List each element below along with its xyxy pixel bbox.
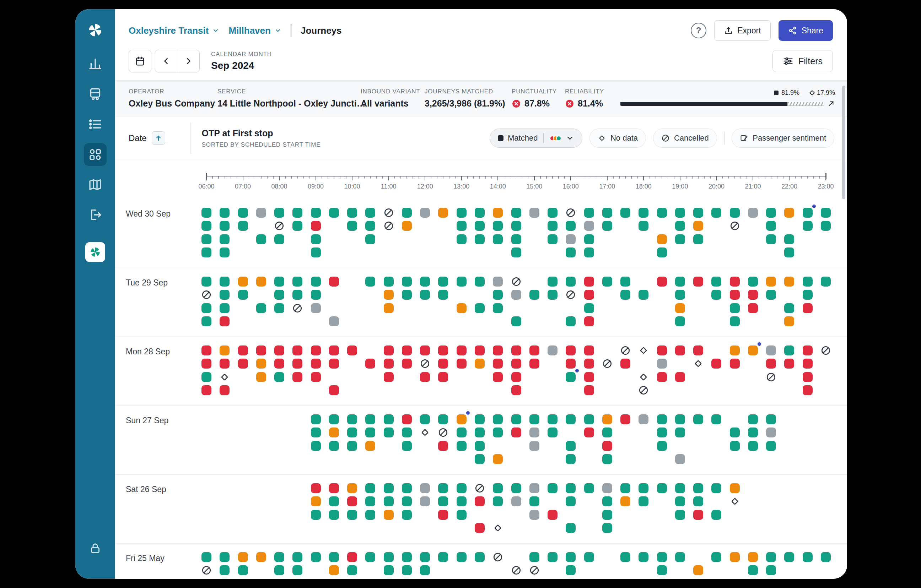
journey-marker[interactable]: [548, 552, 558, 562]
journey-marker[interactable]: [384, 359, 394, 369]
journey-marker[interactable]: [402, 359, 412, 369]
journey-marker[interactable]: [803, 385, 813, 395]
journey-marker[interactable]: [256, 208, 266, 218]
journey-marker[interactable]: [220, 385, 229, 395]
journey-marker[interactable]: [766, 221, 776, 231]
journey-marker[interactable]: [584, 276, 594, 286]
journey-marker[interactable]: [402, 510, 412, 520]
journey-marker[interactable]: [438, 496, 448, 506]
journey-marker[interactable]: [529, 427, 539, 437]
journey-marker[interactable]: [256, 276, 266, 286]
journey-marker[interactable]: [511, 414, 521, 424]
journey-marker[interactable]: [730, 290, 740, 300]
journey-marker[interactable]: [638, 483, 648, 493]
journey-marker[interactable]: [475, 414, 485, 424]
journey-marker[interactable]: [675, 427, 685, 437]
journey-marker[interactable]: [347, 552, 357, 562]
journey-marker[interactable]: [420, 346, 430, 356]
journey-marker[interactable]: [657, 234, 667, 244]
export-button[interactable]: Export: [714, 20, 770, 41]
journey-marker[interactable]: [675, 303, 685, 313]
journey-marker[interactable]: [766, 234, 776, 244]
journey-marker[interactable]: [329, 385, 339, 395]
journey-marker[interactable]: [748, 276, 758, 286]
journey-marker[interactable]: [493, 221, 503, 231]
journey-marker[interactable]: [493, 208, 503, 218]
journey-marker[interactable]: [511, 359, 521, 369]
journey-marker[interactable]: [457, 359, 467, 369]
journey-marker[interactable]: [365, 496, 375, 506]
journey-marker[interactable]: [529, 483, 539, 493]
calendar-button[interactable]: [129, 50, 151, 72]
journey-marker[interactable]: [493, 483, 503, 493]
journey-marker[interactable]: [548, 414, 558, 424]
journey-marker[interactable]: [711, 483, 721, 493]
journey-marker[interactable]: [803, 346, 813, 356]
journey-marker[interactable]: [220, 234, 229, 244]
next-period-button[interactable]: [177, 50, 199, 72]
journey-marker[interactable]: [711, 359, 721, 369]
journey-marker[interactable]: [420, 552, 430, 562]
journey-marker[interactable]: [402, 496, 412, 506]
journey-marker[interactable]: [638, 221, 648, 231]
journey-marker[interactable]: [584, 372, 594, 382]
journey-marker[interactable]: [730, 317, 740, 326]
cancelled-marker[interactable]: [638, 385, 649, 396]
journey-marker[interactable]: [511, 372, 521, 382]
journey-marker[interactable]: [402, 276, 412, 286]
journey-marker[interactable]: [202, 385, 212, 395]
journey-marker[interactable]: [784, 234, 794, 244]
cancelled-marker[interactable]: [292, 303, 303, 313]
journey-marker[interactable]: [311, 221, 321, 231]
journey-marker[interactable]: [566, 372, 576, 382]
journey-marker[interactable]: [748, 441, 758, 451]
journey-marker[interactable]: [438, 208, 448, 218]
journey-marker[interactable]: [384, 276, 394, 286]
journey-marker[interactable]: [293, 372, 303, 382]
no-data-marker[interactable]: [219, 372, 230, 382]
breadcrumb-operator[interactable]: Oxleyshire Transit: [129, 25, 219, 36]
journey-marker[interactable]: [693, 208, 703, 218]
workspace-tile-icon[interactable]: [85, 242, 105, 262]
journey-marker[interactable]: [365, 208, 375, 218]
journey-marker[interactable]: [438, 359, 448, 369]
passenger-sentiment-pill[interactable]: Passenger sentiment: [732, 128, 834, 148]
journey-marker[interactable]: [584, 346, 594, 356]
journey-marker[interactable]: [493, 276, 503, 286]
journey-marker[interactable]: [584, 247, 594, 257]
journey-marker[interactable]: [457, 510, 467, 520]
journey-marker[interactable]: [256, 346, 266, 356]
journey-marker[interactable]: [638, 290, 648, 300]
journey-marker[interactable]: [511, 483, 521, 493]
journey-marker[interactable]: [202, 303, 212, 313]
journey-marker[interactable]: [420, 290, 430, 300]
journey-marker[interactable]: [475, 454, 485, 464]
journey-marker[interactable]: [475, 496, 485, 506]
journey-marker[interactable]: [620, 496, 630, 506]
share-button[interactable]: Share: [778, 20, 833, 41]
journey-marker[interactable]: [821, 208, 831, 218]
journey-marker[interactable]: [657, 441, 667, 451]
cancelled-marker[interactable]: [529, 565, 540, 575]
journey-marker[interactable]: [384, 290, 394, 300]
journey-marker[interactable]: [548, 221, 558, 231]
journey-marker[interactable]: [711, 208, 721, 218]
journey-marker[interactable]: [202, 317, 212, 326]
journey-marker[interactable]: [529, 290, 539, 300]
journey-marker[interactable]: [347, 221, 357, 231]
journey-marker[interactable]: [693, 221, 703, 231]
journey-marker[interactable]: [529, 510, 539, 520]
journey-marker[interactable]: [384, 346, 394, 356]
no-data-marker[interactable]: [420, 427, 430, 438]
journey-marker[interactable]: [693, 346, 703, 356]
journey-marker[interactable]: [602, 496, 612, 506]
journey-marker[interactable]: [274, 372, 284, 382]
journey-marker[interactable]: [475, 234, 485, 244]
journey-marker[interactable]: [748, 303, 758, 313]
journey-marker[interactable]: [402, 208, 412, 218]
journey-marker[interactable]: [675, 346, 685, 356]
journey-marker[interactable]: [457, 496, 467, 506]
journey-marker[interactable]: [365, 234, 375, 244]
nav-analytics[interactable]: [84, 52, 107, 75]
journey-marker[interactable]: [475, 221, 485, 231]
